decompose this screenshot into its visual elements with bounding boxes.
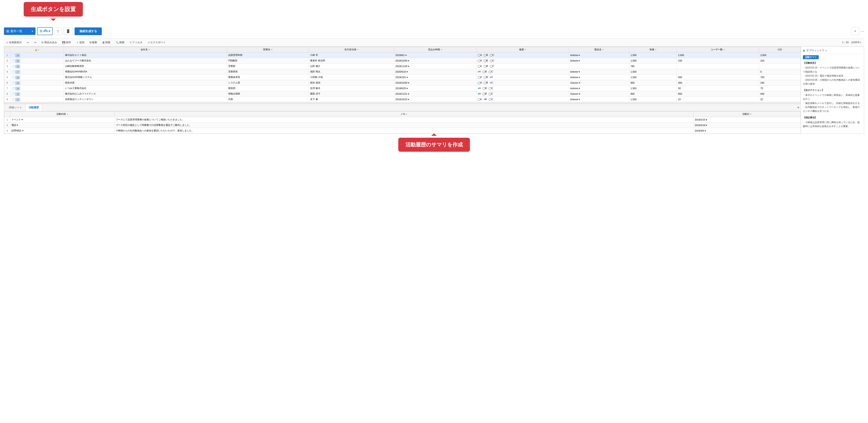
view-selector[interactable]: ⊞ 案件一覧 ▾ bbox=[4, 27, 35, 35]
horizontal-scrollbar[interactable] bbox=[4, 102, 801, 104]
add-button[interactable]: ＋ 追加 bbox=[74, 40, 87, 45]
row-users[interactable]: 50 bbox=[677, 86, 759, 91]
row-person[interactable]: 小林 学 bbox=[309, 53, 394, 58]
row-date[interactable]: 2019/11/21 ▾ bbox=[394, 91, 476, 97]
row-users[interactable]: 2,000 bbox=[677, 53, 759, 58]
related-row-memo[interactable]: ブースにて品質管理業務の改善についてご相談いただきました。 bbox=[115, 117, 693, 123]
row-conf[interactable]: ●A B C bbox=[476, 86, 569, 91]
row-users[interactable]: 150 bbox=[677, 58, 759, 63]
row-doc[interactable]: 📄 14 bbox=[10, 86, 64, 91]
related-row-type[interactable]: 訪問/来訪 ▾ bbox=[10, 128, 115, 133]
row-subtotal[interactable]: 225 bbox=[759, 58, 801, 63]
row-person[interactable]: 稲光 道信 bbox=[309, 80, 394, 86]
copy-button[interactable]: ⧉ 複製 bbox=[87, 40, 99, 45]
table-row[interactable]: 8 📄 13 株式会社ひふみファイナンス 情報企画部 護国 冴子 2019/11… bbox=[4, 91, 801, 97]
row-person[interactable]: 木下 峯 bbox=[309, 97, 394, 102]
related-scroll-down-icon[interactable]: ▾ bbox=[797, 105, 799, 110]
row-subtotal[interactable]: 3,000 bbox=[759, 53, 801, 58]
related-row-date[interactable]: 2019/2/19 ▾ bbox=[693, 123, 801, 128]
row-doc[interactable]: 📄 17 bbox=[10, 69, 64, 74]
row-company[interactable]: いつみ工業株式会社 bbox=[64, 86, 227, 91]
chart-button[interactable]: ▐▌ bbox=[63, 28, 73, 35]
col-users[interactable]: ユーザー数 ▼ bbox=[677, 47, 759, 53]
col-date[interactable]: 見込み時期 ▼ bbox=[394, 47, 476, 53]
table-row[interactable]: 5 📄 16 株式会社KK情報システム 業務改革室 小田桐 大地 2019/10… bbox=[4, 74, 801, 80]
redo-button[interactable]: ↪ bbox=[32, 40, 38, 45]
row-company[interactable]: 株式会社エイト食品 bbox=[64, 53, 227, 58]
row-dept[interactable]: 品質管理本部 bbox=[227, 53, 309, 58]
plus-button[interactable]: + bbox=[851, 27, 859, 35]
row-price[interactable]: 1,500 bbox=[629, 53, 677, 58]
row-dept[interactable]: 代表 bbox=[227, 97, 309, 102]
row-subtotal[interactable]: 75 bbox=[759, 86, 801, 91]
row-subtotal[interactable] bbox=[759, 63, 801, 69]
row-product[interactable]: kintone ▾ bbox=[569, 97, 629, 102]
row-conf[interactable]: ●A B C bbox=[476, 69, 569, 74]
row-date[interactable]: 2019/11/26 ▾ bbox=[394, 63, 476, 69]
row-product[interactable]: kintone ▾ bbox=[569, 86, 629, 91]
table-row[interactable]: 1 📄 20 株式会社エイト食品 品質管理本部 小林 学 2019/9/1 ▾ … bbox=[4, 53, 801, 58]
table-row[interactable]: 2 📄 19 はんなりフーズ株式会社 IT戦略室 東坂本 裕次郎 2019/10… bbox=[4, 58, 801, 63]
row-subtotal[interactable]: 22 bbox=[759, 97, 801, 102]
row-users[interactable] bbox=[677, 69, 759, 74]
row-date[interactable]: 2019/9/1 ▾ bbox=[394, 53, 476, 58]
row-date[interactable]: 2020/5/10 ▾ bbox=[394, 69, 476, 74]
row-conf[interactable]: ●A B C bbox=[476, 91, 569, 97]
tab-related-sheets[interactable]: 関連シート bbox=[6, 104, 25, 111]
related-col-type[interactable]: 活動内容 ▼ bbox=[10, 112, 115, 117]
row-company[interactable]: はんなりフーズ株式会社 bbox=[64, 58, 227, 63]
row-dept[interactable]: システム室 bbox=[227, 80, 309, 86]
row-price[interactable]: 1,500 bbox=[629, 97, 677, 102]
table-row[interactable]: 4 📄 17 有限会社HAYABUSA 営業部長 池田 翔太 2020/5/10… bbox=[4, 69, 801, 74]
fullscreen-button[interactable]: ⤢ 全画面表示 bbox=[4, 40, 24, 45]
row-conf[interactable]: A B ●C bbox=[476, 80, 569, 86]
reload-button[interactable]: ↻ 再読み込み bbox=[39, 40, 59, 45]
row-person[interactable]: 小田桐 大地 bbox=[309, 74, 394, 80]
row-dept[interactable]: 営業部長 bbox=[227, 69, 309, 74]
related-row[interactable]: 2 電話 ▾ ブース対応の補足として同業務での活用事例を電話でご案内しました。 … bbox=[4, 123, 801, 128]
row-date[interactable]: 2019/10/1 ▾ bbox=[394, 74, 476, 80]
col-company[interactable]: 会社名 ▼ bbox=[64, 47, 227, 53]
related-row-memo[interactable]: 小林様からの社内勉強会への参加を要請いただいたので、参加しました。 bbox=[115, 128, 693, 133]
row-person[interactable]: 池田 翔太 bbox=[309, 69, 394, 74]
save-button[interactable]: 💾 保存 bbox=[60, 40, 73, 45]
row-company[interactable]: 株式会社ひふみファイナンス bbox=[64, 91, 227, 97]
row-dept[interactable]: 情報企画部 bbox=[227, 91, 309, 97]
row-product[interactable]: kintone ▾ bbox=[569, 74, 629, 80]
row-users[interactable]: 15 bbox=[677, 97, 759, 102]
table-row[interactable]: 6 📄 15 稲光水産 システム室 稲光 道信 2019/10/30 ▾ A B… bbox=[4, 80, 801, 86]
col-subtotal[interactable]: 小計 bbox=[759, 47, 801, 53]
flow-button[interactable]: ⚙ ▾ bbox=[37, 27, 53, 35]
row-price[interactable]: 800 bbox=[629, 91, 677, 97]
row-product[interactable]: Garoon ▾ bbox=[569, 91, 629, 97]
row-product[interactable]: kintone ▾ bbox=[569, 58, 629, 63]
table-row[interactable]: 3 📄 18 山崎自動車教習所 営業部 山田 健介 2019/11/26 ▾ A… bbox=[4, 63, 801, 69]
row-conf[interactable]: A ●B C bbox=[476, 97, 569, 102]
col-price[interactable]: 単価 ▼ bbox=[629, 47, 677, 53]
related-col-date[interactable]: 活動日 ▼ bbox=[693, 112, 801, 117]
col-product[interactable]: 製品名 ▼ bbox=[569, 47, 629, 53]
row-doc[interactable]: 📄 13 bbox=[10, 91, 64, 97]
undo-button[interactable]: ↩ bbox=[25, 40, 31, 45]
filter-button[interactable]: ▽ bbox=[54, 28, 62, 35]
table-row[interactable]: 7 📄 14 いつみ工業株式会社 製造部 吉澤 敏夫 2019/6/20 ▾ ●… bbox=[4, 86, 801, 91]
row-subtotal[interactable]: 750 bbox=[759, 74, 801, 80]
related-row-type[interactable]: イベント ▾ bbox=[10, 117, 115, 123]
row-product[interactable]: kintone ▾ bbox=[569, 53, 629, 58]
table-row[interactable]: 9 📄 12 自然食品ウッディータウン 代表 木下 峯 2019/10/15 ▾… bbox=[4, 97, 801, 102]
generate-button[interactable]: 連続生成する bbox=[74, 27, 102, 35]
row-conf[interactable]: A B C bbox=[476, 58, 569, 63]
col-person[interactable]: 先方担当者 ▼ bbox=[309, 47, 394, 53]
row-doc[interactable]: 📄 12 bbox=[10, 97, 64, 102]
related-row-date[interactable]: 2019/2/15 ▾ bbox=[693, 117, 801, 123]
row-date[interactable]: 2019/10/30 ▾ bbox=[394, 58, 476, 63]
tab-activity-history[interactable]: 活動履歴 bbox=[25, 104, 42, 111]
row-users[interactable] bbox=[677, 63, 759, 69]
row-person[interactable]: 山田 健介 bbox=[309, 63, 394, 69]
related-row-memo[interactable]: ブース対応の補足として同業務での活用事例を電話でご案内しました。 bbox=[115, 123, 693, 128]
row-users[interactable]: 500 bbox=[677, 74, 759, 80]
row-subtotal[interactable]: 5 bbox=[759, 69, 801, 74]
row-date[interactable]: 2019/10/15 ▾ bbox=[394, 97, 476, 102]
row-product[interactable]: Garoon ▾ bbox=[569, 80, 629, 86]
row-company[interactable]: 有限会社HAYABUSA bbox=[64, 69, 227, 74]
